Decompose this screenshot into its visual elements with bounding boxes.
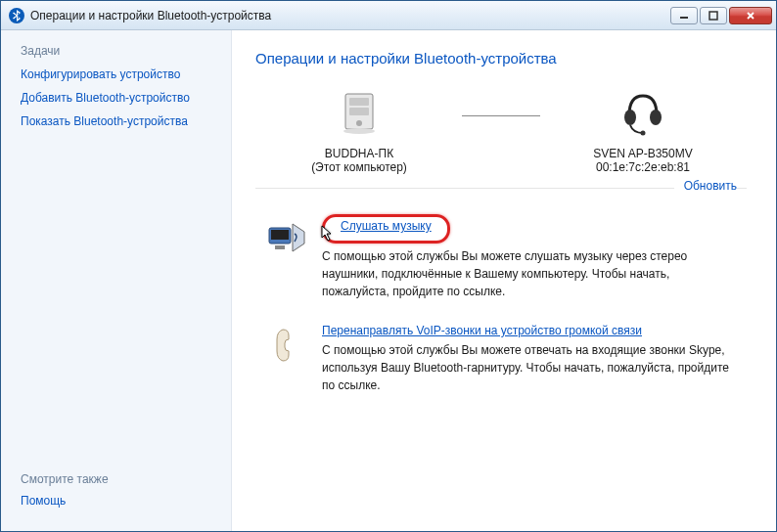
service-voip-link[interactable]: Перенаправлять VoIP-звонки на устройство…	[322, 324, 642, 337]
svg-rect-1	[709, 12, 717, 20]
service-music-desc: С помощью этой службы Вы можете слушать …	[322, 247, 737, 300]
svg-point-6	[343, 128, 375, 134]
device-remote-mac: 00:1e:7c:2e:eb:81	[560, 160, 726, 174]
tasks-heading: Задачи	[21, 44, 211, 58]
titlebar: Операции и настройки Bluetooth-устройств…	[1, 1, 776, 30]
device-remote: SVEN AP-B350MV 00:1e:7c:2e:eb:81	[560, 86, 726, 174]
sidebar-link-add[interactable]: Добавить Bluetooth-устройство	[21, 91, 211, 105]
close-button[interactable]	[729, 7, 772, 24]
bluetooth-icon	[9, 8, 24, 23]
device-local-sub: (Этот компьютер)	[276, 160, 442, 174]
svg-point-8	[650, 110, 662, 125]
music-service-icon	[265, 214, 308, 257]
see-also-heading: Смотрите также	[21, 472, 211, 486]
svg-point-7	[624, 110, 636, 125]
sidebar: Задачи Конфигурировать устройство Добави…	[1, 30, 232, 531]
window-controls	[670, 7, 772, 24]
svg-point-5	[356, 120, 362, 126]
svg-point-9	[641, 131, 646, 136]
connection-line	[462, 115, 540, 116]
service-voip: Перенаправлять VoIP-звонки на устройство…	[255, 318, 747, 412]
svg-rect-3	[349, 98, 369, 106]
maximize-button[interactable]	[700, 7, 727, 24]
device-remote-name: SVEN AP-B350MV	[560, 147, 726, 160]
refresh-link[interactable]: Обновить	[674, 179, 737, 193]
sidebar-link-configure[interactable]: Конфигурировать устройство	[21, 67, 211, 81]
page-title: Операции и настройки Bluetooth-устройств…	[255, 50, 747, 66]
voip-service-icon	[265, 324, 308, 367]
refresh-row: Обновить	[255, 188, 747, 208]
sidebar-link-help[interactable]: Помощь	[21, 494, 211, 508]
minimize-button[interactable]	[670, 7, 698, 24]
main-content: Операции и настройки Bluetooth-устройств…	[232, 30, 776, 531]
device-local-name: BUDDHA-ПК	[276, 147, 442, 160]
devices-row: BUDDHA-ПК (Этот компьютер) SVE	[276, 86, 726, 174]
svg-rect-4	[349, 108, 369, 115]
svg-rect-11	[271, 230, 289, 240]
headset-icon	[616, 86, 670, 141]
service-voip-desc: С помощью этой службы Вы можете отвечать…	[322, 341, 737, 394]
service-music-link[interactable]: Слушать музыку	[341, 219, 432, 233]
window: Операции и настройки Bluetooth-устройств…	[0, 0, 777, 532]
window-title: Операции и настройки Bluetooth-устройств…	[30, 9, 670, 22]
service-music: Слушать музыку С помощью этой службы Вы …	[255, 208, 747, 318]
computer-icon	[332, 86, 387, 141]
highlight-annotation: Слушать музыку	[322, 214, 450, 244]
window-body: Задачи Конфигурировать устройство Добави…	[1, 30, 776, 531]
sidebar-link-show[interactable]: Показать Bluetooth-устройства	[21, 114, 211, 128]
device-local: BUDDHA-ПК (Этот компьютер)	[276, 86, 442, 174]
svg-rect-12	[275, 245, 285, 249]
svg-rect-0	[680, 17, 688, 19]
